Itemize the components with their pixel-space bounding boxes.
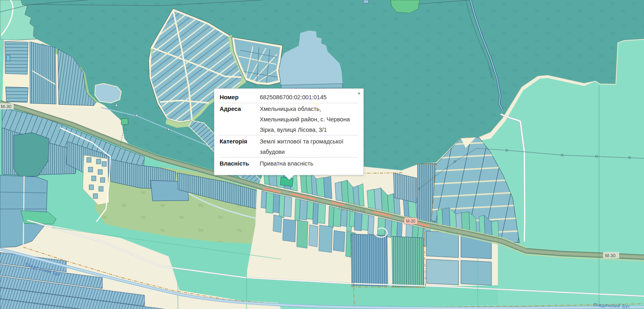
- svg-text:Південний Буг: Південний Буг: [593, 302, 631, 309]
- svg-text:М-30: М-30: [406, 219, 416, 223]
- svg-text:М-30: М-30: [1, 104, 11, 109]
- svg-text:M-30: M-30: [605, 253, 615, 258]
